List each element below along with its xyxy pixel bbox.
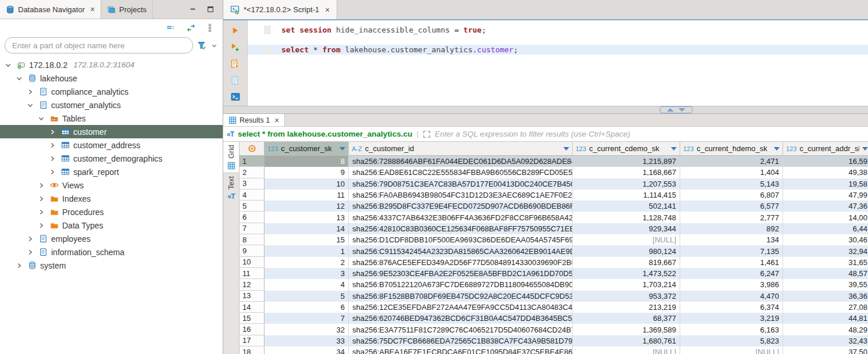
tab-projects[interactable]: Projects [101,0,153,19]
row-number[interactable]: 10 [240,257,265,268]
cell[interactable]: 1,128,748 [573,212,680,223]
cell[interactable]: 6 [265,302,349,313]
cell[interactable]: 9 [265,167,349,178]
cell[interactable]: 31,65 [783,257,868,268]
execute-new-tab-icon[interactable] [230,42,240,52]
cell[interactable]: 6,577 [680,201,783,212]
cell[interactable]: 37,50 [783,346,868,354]
table-row[interactable]: 613sha256:4337C7AB6432E3B06FF4A3636FD2F8… [240,212,868,223]
cell[interactable]: 5,143 [680,178,783,189]
tree-item-data-types[interactable]: Data Types [0,219,223,232]
cell[interactable]: 36,36 [783,291,868,302]
table-row[interactable]: 310sha256:79D08751C3EA7C83BA57D177E00413… [240,178,868,189]
cell[interactable]: sha256:FA0ABB6943B98054FC31D12D3E3AEC689… [349,189,573,201]
row-number[interactable]: 18 [240,346,265,354]
cell[interactable]: 68,377 [573,313,680,324]
cell[interactable]: sha256:D1CDF8DBB10F500EA9693C86DE6DEAA05… [349,234,573,245]
cell[interactable]: 1,168,667 [573,167,680,178]
row-number[interactable]: 14 [240,302,265,313]
row-number[interactable]: 7 [240,223,265,234]
cell[interactable]: 49,38 [783,167,868,178]
cell[interactable]: 1,404 [680,167,783,178]
cell[interactable]: sha256:ABEA16E7E1ECBDCA6E01CE1095D84E37C… [349,346,573,354]
cell[interactable]: sha256:876ACE5EFED349A2D56F77D5084891433… [349,257,573,268]
filter-dropdown-icon[interactable] [563,147,569,151]
cell[interactable]: 819,667 [573,257,680,268]
chevron-right-icon[interactable] [35,195,47,203]
table-row[interactable]: 146sha256:12CE35EFDABF272A4A47E9FA9CC5D4… [240,302,868,313]
cell[interactable]: 13 [265,212,349,223]
cell[interactable]: 3 [265,268,349,279]
cell[interactable]: 3,219 [680,313,783,324]
close-icon[interactable]: × [274,116,279,125]
cell[interactable]: 6,247 [680,268,783,279]
cell[interactable]: 14,00 [783,212,868,223]
cell[interactable]: sha256:42810C83B0360CE125634F068BAF8FF75… [349,223,573,234]
chevron-right-icon[interactable] [47,141,58,149]
cell[interactable]: 1,473,522 [573,268,680,279]
cell[interactable]: sha256:B295D8FC337E9E4FECD0725D907ACD6B6… [349,201,573,212]
cell[interactable]: 4 [265,279,349,290]
row-number[interactable]: 2 [240,167,265,178]
cell[interactable]: 33 [265,335,349,346]
tree-item-customer-analytics[interactable]: customer_analytics [0,98,223,112]
cell[interactable]: sha256:75DC7FCB6686EDA72565C1B838CA7FC43… [349,335,573,346]
row-number[interactable]: 15 [240,313,265,324]
cell[interactable]: 6,807 [680,189,783,201]
filter-dropdown-icon[interactable] [671,147,677,151]
explain-plan-icon[interactable] [231,76,240,85]
table-row[interactable]: 512sha256:B295D8FC337E9E4FECD0725D907ACD… [240,201,868,212]
search-input[interactable] [5,37,193,53]
cell[interactable]: 2,777 [680,212,783,223]
cell[interactable]: 6,163 [680,324,783,335]
cell[interactable]: 32,94 [783,245,868,256]
filter-dropdown-icon[interactable] [340,147,345,151]
table-row[interactable]: 411sha256:FA0ABB6943B98054FC31D12D3E3AEC… [240,189,868,201]
cell[interactable]: 929,344 [573,223,680,234]
tree-item-system[interactable]: system [0,259,223,272]
collapse-up-icon[interactable] [667,108,674,112]
cell[interactable]: 1,369,589 [573,324,680,335]
minimize-icon[interactable] [189,5,197,13]
cell[interactable]: 7,135 [680,245,783,256]
tree-item-customer-address[interactable]: customer_address [0,138,223,152]
tree-item-lakehouse[interactable]: lakehouse [0,71,223,85]
cell[interactable]: sha256:E3A77511F81C7289C76C4065217D5D406… [349,324,573,335]
chevron-right-icon[interactable] [47,128,58,136]
cell[interactable]: 1,207,553 [573,178,680,189]
cell[interactable]: sha256:620746BED947362BCD6CF31B0A4C547DD… [349,313,573,324]
cell[interactable]: 6,44 [783,223,868,234]
cell[interactable]: 47,99 [783,189,868,201]
row-number[interactable]: 5 [240,201,265,212]
chevron-right-icon[interactable] [47,168,58,176]
sash-collapse-control[interactable] [660,106,692,113]
cell[interactable]: 10 [265,178,349,189]
cell[interactable]: 15 [265,234,349,245]
cell[interactable]: 12 [265,201,349,212]
cell[interactable]: 953,372 [573,291,680,302]
cell[interactable]: sha256:12CE35EFDABF272A4A47E9FA9CC5D4113… [349,302,573,313]
cell[interactable]: 1,680,761 [573,335,680,346]
cell[interactable]: 11 [265,189,349,201]
column-header-c_current_hdemo_sk[interactable]: 123c_current_hdemo_sk [680,142,783,155]
row-number[interactable]: 4 [240,189,265,201]
link-with-editor-icon[interactable] [186,24,196,32]
cell[interactable]: 14 [265,223,349,234]
filter-dropdown-icon[interactable] [774,147,780,151]
column-header-c_customer_id[interactable]: A-Zc_customer_id [349,142,573,155]
cell[interactable]: 6,374 [680,302,783,313]
cell[interactable]: sha256:C9115342454A2323DA815865CAA326064… [349,245,573,256]
row-number[interactable]: 16 [240,324,265,335]
table-row[interactable]: 1632sha256:E3A77511F81C7289C76C4065217D5… [240,324,868,335]
tree-item-employees[interactable]: employees [0,232,223,245]
tree-item-procedures[interactable]: Procedures [0,205,223,219]
chevron-down-icon[interactable] [24,101,35,109]
cell[interactable]: 47,36 [783,201,868,212]
filter-expression-input[interactable]: Enter a SQL expression to filter results… [435,130,630,138]
cell[interactable]: 39,55 [783,279,868,290]
chevron-down-icon[interactable] [35,115,47,123]
cell[interactable]: 44,81 [783,313,868,324]
cell[interactable]: 32,43 [783,335,868,346]
cell[interactable]: sha256:B705122120A673FC7DE6889727DB11809… [349,279,573,290]
tree-item-views[interactable]: Views [0,178,223,192]
